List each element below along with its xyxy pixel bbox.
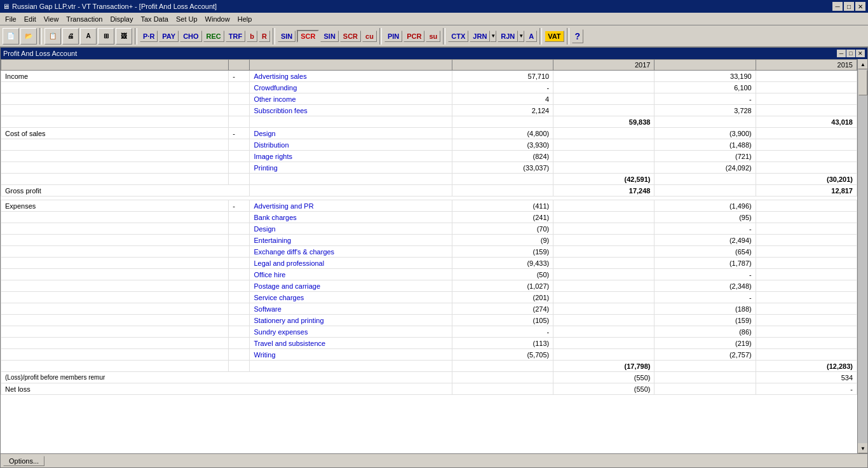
menu-display[interactable]: Display [106, 14, 137, 24]
table-button[interactable]: ⊞ [98, 28, 114, 45]
pin-button[interactable]: PIN [384, 31, 402, 42]
rjn-dropdown[interactable]: ▼ [518, 31, 524, 42]
minimize-button[interactable]: ─ [832, 2, 843, 11]
entertaining-2015: (2,494) [654, 235, 756, 246]
jrn-button[interactable]: JRN [470, 31, 490, 42]
software-row: Software (274) (188) [1, 303, 857, 315]
menu-transaction[interactable]: Transaction [62, 14, 106, 24]
printing-link[interactable]: Printing [250, 162, 452, 174]
gross-profit-row: Gross profit 17,248 12,817 [1, 185, 857, 196]
toolbar-separator-4 [379, 28, 382, 45]
income-label: Income [1, 71, 229, 82]
scroll-thumb[interactable] [858, 70, 867, 95]
menu-setup[interactable]: Set Up [172, 14, 201, 24]
menu-help[interactable]: Help [234, 14, 256, 24]
pcr-button[interactable]: PCR [403, 31, 424, 42]
menu-file[interactable]: File [1, 14, 20, 24]
su-button[interactable]: su [426, 31, 440, 42]
advertising-sales-2015: 33,190 [654, 71, 756, 82]
distribution-link[interactable]: Distribution [250, 139, 452, 151]
content-area: 2017 2015 Income - Advertising sales 57,… [1, 59, 867, 453]
expenses-total-2015: (12,283) [756, 361, 857, 372]
image-rights-row: Image rights (824) (721) [1, 151, 857, 162]
subscribtion-fees-row: Subscribtion fees 2,124 3,728 [1, 105, 857, 116]
pr-button[interactable]: P·R [140, 31, 158, 42]
open-button[interactable]: 📂 [20, 28, 37, 45]
bank-charges-link[interactable]: Bank charges [250, 212, 452, 223]
adv-pr-2017: (411) [452, 200, 553, 212]
scroll-track[interactable] [858, 69, 867, 443]
distribution-2017: (3,930) [452, 139, 553, 151]
scroll-down-arrow[interactable]: ▼ [858, 443, 867, 453]
menu-window[interactable]: Window [201, 14, 234, 24]
writing-link[interactable]: Writing [250, 349, 452, 361]
subscribtion-fees-link[interactable]: Subscribtion fees [250, 105, 452, 116]
maximize-button[interactable]: □ [844, 2, 854, 11]
menu-edit[interactable]: Edit [20, 14, 40, 24]
office-hire-link[interactable]: Office hire [250, 269, 452, 280]
options-button[interactable]: Options... [3, 456, 44, 466]
jrn-dropdown[interactable]: ▼ [490, 31, 496, 42]
entertaining-row: Entertaining (9) (2,494) [1, 235, 857, 246]
crowdfunding-2017: - [452, 82, 553, 93]
other-income-link[interactable]: Other income [250, 93, 452, 105]
title-bar: 🖥 Russian Gap LLP.vtr - VT Transaction+ … [0, 0, 868, 13]
inner-maximize[interactable]: □ [846, 50, 855, 57]
sundry-link[interactable]: Sundry expenses [250, 326, 452, 338]
inner-close[interactable]: ✕ [856, 50, 865, 57]
scr-active-button[interactable]: SCR [297, 30, 319, 43]
ctx-button[interactable]: CTX [448, 31, 468, 42]
close-button[interactable]: ✕ [855, 2, 865, 11]
stationery-row: Stationery and printing (105) (159) [1, 315, 857, 326]
a-button[interactable]: A [526, 31, 537, 42]
scroll-up-arrow[interactable]: ▲ [858, 59, 867, 69]
vertical-scrollbar[interactable]: ▲ ▼ [857, 59, 867, 453]
rec-button[interactable]: REC [203, 31, 224, 42]
sin-button[interactable]: SIN [278, 31, 295, 42]
menu-view[interactable]: View [40, 14, 63, 24]
inner-minimize[interactable]: ─ [837, 50, 846, 57]
table-header-row: 2017 2015 [1, 60, 857, 71]
legal-2017: (9,433) [452, 258, 553, 269]
font-button[interactable]: A [80, 28, 97, 45]
exchange-diff-link[interactable]: Exchange diff's & charges [250, 246, 452, 258]
legal-link[interactable]: Legal and professional [250, 258, 452, 269]
sin2-button[interactable]: SIN [320, 31, 338, 42]
service-charges-link[interactable]: Service charges [250, 292, 452, 303]
pay-button[interactable]: PAY [159, 31, 179, 42]
advertising-sales-link[interactable]: Advertising sales [250, 71, 452, 82]
travel-link[interactable]: Travel and subsistence [250, 338, 452, 349]
col-header-2017: 2017 [553, 60, 654, 71]
entertaining-link[interactable]: Entertaining [250, 235, 452, 246]
writing-2017: (5,705) [452, 349, 553, 361]
postage-link[interactable]: Postage and carriage [250, 280, 452, 292]
b-button[interactable]: b [247, 31, 257, 42]
design-exp-link[interactable]: Design [250, 223, 452, 235]
props-button[interactable]: 📋 [44, 28, 61, 45]
subscribtion-fees-2017: 2,124 [452, 105, 553, 116]
software-link[interactable]: Software [250, 303, 452, 315]
advertising-sales-2017: 57,710 [452, 71, 553, 82]
menu-taxdata[interactable]: Tax Data [137, 14, 172, 24]
r-button[interactable]: R [259, 31, 270, 42]
new-button[interactable]: 📄 [3, 28, 19, 45]
stationery-link[interactable]: Stationery and printing [250, 315, 452, 326]
cho-button[interactable]: CHO [180, 31, 201, 42]
advertising-pr-link[interactable]: Advertising and PR [250, 200, 452, 212]
printing-row: Printing (33,037) (24,092) [1, 162, 857, 174]
help-button[interactable]: ? [572, 29, 584, 43]
print-button[interactable]: 🖨 [62, 28, 79, 45]
design-exp-2015: - [654, 223, 756, 235]
crowdfunding-link[interactable]: Crowdfunding [250, 82, 452, 93]
service-charges-2017: (201) [452, 292, 553, 303]
cu-button[interactable]: cu [362, 31, 377, 42]
expenses-label: Expenses [1, 200, 229, 212]
design-cos-link[interactable]: Design [250, 128, 452, 139]
image-rights-link[interactable]: Image rights [250, 151, 452, 162]
image-button[interactable]: 🖼 [116, 28, 132, 45]
menu-bar: File Edit View Transaction Display Tax D… [0, 13, 868, 25]
rjn-button[interactable]: RJN [498, 31, 518, 42]
vat-button[interactable]: VAT [545, 31, 564, 42]
trf-button[interactable]: TRF [226, 31, 245, 42]
scr2-button[interactable]: SCR [340, 31, 361, 42]
